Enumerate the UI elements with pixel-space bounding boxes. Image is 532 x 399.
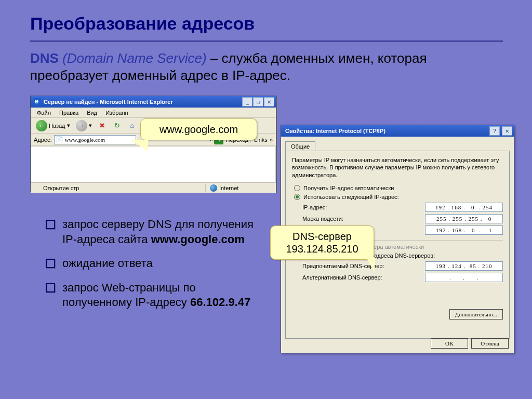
item3-bold: 66.102.9.47 [190,296,250,309]
advanced-button[interactable]: Дополнительно... [449,309,503,320]
back-dropdown-icon: ▾ [67,122,70,129]
forward-arrow-icon: → [76,120,87,131]
ie-titlebar[interactable]: Сервер не найден - Microsoft Internet Ex… [31,96,276,108]
dns1-label: Предпочитаемый DNS-сервер: [302,263,425,269]
radio-ip-auto[interactable]: Получить IP-адрес автоматически [294,185,503,191]
list-item: запрос серверу DNS для получения IP-адре… [46,217,259,247]
callout-dns-line1: DNS-сервер [292,231,352,242]
page-icon: 📄 [56,136,63,143]
ie-window-title: Сервер не найден - Microsoft Internet Ex… [44,99,240,105]
cancel-button[interactable]: Отмена [471,338,509,349]
dns-expansion: (Domain Name Service) [59,50,207,66]
globe-icon [210,184,217,192]
dns2-label: Альтернативный DNS-сервер: [302,274,425,281]
security-zone: Internet [205,184,273,192]
radio-ip-auto-label: Получить IP-адрес автоматически [303,185,394,191]
ie-menubar: Файл Правка Вид Избранн [31,108,276,118]
back-button[interactable]: ← Назад ▾ [34,119,72,132]
dialog-buttons: OK Отмена [431,338,509,349]
gateway-input[interactable] [425,225,503,235]
ip-input[interactable] [425,203,503,212]
bullet-icon [46,283,55,292]
home-icon: ⌂ [128,121,137,130]
ie-status-icon [34,184,41,192]
menu-favorites[interactable]: Избранн [102,109,131,117]
ie-logo-icon [34,98,41,105]
mask-input[interactable] [425,214,503,223]
ip-label: IP-адрес: [302,204,425,210]
item3-text: запрос Web-страницы по полученному IP-ад… [62,281,196,309]
dns2-input[interactable] [425,273,503,282]
refresh-button[interactable]: ↻ [111,120,124,131]
mask-label: Маска подсети: [302,216,425,222]
forward-dropdown-icon: ▾ [89,122,92,129]
zone-label: Internet [219,185,238,191]
stop-button[interactable]: ✖ [96,120,109,131]
tcpip-description: Параметры IP могут назначаться автоматич… [292,156,503,179]
radio-ip-manual[interactable]: Использовать следующий IP-адрес: [294,194,503,200]
radio-off-icon [294,185,300,191]
list-item: запрос Web-страницы по полученному IP-ад… [46,281,259,310]
dialog-titlebar[interactable]: Свойства: Internet Protocol (TCP/IP) ? ✕ [281,125,514,137]
stop-icon: ✖ [98,121,107,130]
radio-ip-manual-label: Использовать следующий IP-адрес: [303,194,399,200]
ie-content-area [31,146,276,182]
address-label: Адрес: [34,137,52,143]
bullet-icon [46,259,55,268]
tab-general[interactable]: Общие [285,141,315,151]
help-button[interactable]: ? [489,126,500,136]
window-controls: _ □ ✕ [242,97,274,107]
close-button[interactable]: ✕ [264,97,274,107]
list-item: ожидание ответа [46,256,259,271]
links-expand-icon[interactable]: » [270,137,273,143]
home-button[interactable]: ⌂ [126,120,139,131]
bullet-icon [46,220,55,229]
radio-on-icon [294,194,300,200]
intro-text: DNS (Domain Name Service) – служба домен… [30,50,482,84]
callout-dns: DNS-сервер 193.124.85.210 [270,225,374,260]
maximize-button[interactable]: □ [253,97,263,107]
dns1-input[interactable] [425,261,503,271]
title-rule [30,41,503,42]
callout-tail [130,140,148,151]
callout-google: www.google.com [140,118,257,140]
dns-fields: Предпочитаемый DNS-сервер: Альтернативны… [302,261,503,282]
tabstrip: Общие [281,137,514,151]
slide-title: Преобразование адресов [30,14,255,34]
dns-acronym: DNS [30,50,59,66]
status-text: Открытие стр [43,185,79,191]
menu-edit[interactable]: Правка [56,109,82,117]
ok-button[interactable]: OK [431,338,468,349]
menu-view[interactable]: Вид [84,109,100,117]
ie-window: Сервер не найден - Microsoft Internet Ex… [30,96,276,192]
callout-google-text: www.google.com [159,124,238,135]
dialog-title: Свойства: Internet Protocol (TCP/IP) [285,128,487,134]
callout-tail [366,257,375,273]
address-input[interactable] [54,135,136,144]
menu-file[interactable]: Файл [34,109,54,117]
item1-bold: www.google.com [151,233,245,246]
back-arrow-icon: ← [36,120,47,131]
back-label: Назад [49,123,65,129]
item2-text: ожидание ответа [62,256,153,271]
forward-button[interactable]: → ▾ [74,119,94,132]
callout-dns-line2: 193.124.85.210 [286,243,358,255]
bullet-list: запрос серверу DNS для получения IP-адре… [46,217,259,320]
refresh-icon: ↻ [113,121,122,130]
minimize-button[interactable]: _ [242,97,252,107]
ie-statusbar: Открытие стр Internet [31,182,276,193]
dialog-close-button[interactable]: ✕ [502,126,512,136]
